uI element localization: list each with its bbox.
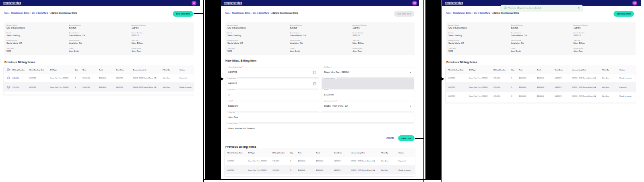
billing-number-link[interactable]: 6724760	[12, 86, 29, 88]
cell-status: Ready to export	[398, 169, 415, 171]
connector-line-add	[194, 13, 204, 14]
info-icon[interactable]: i	[4, 86, 12, 89]
column-header: Billing Number	[272, 151, 290, 153]
save-item-button[interactable]: SAVE ITEM	[398, 135, 415, 141]
calendar-icon[interactable]	[313, 71, 316, 74]
account-field: Account Number 536806	[69, 24, 132, 32]
account-field-label: Job Code	[132, 40, 194, 42]
cancel-button[interactable]: CANCEL	[386, 137, 394, 139]
account-field-label: Assignment Number	[132, 24, 194, 26]
billing-row: i 6724760 04/07/23 Direct Hire Fee - 590…	[4, 83, 194, 92]
breadcrumb-city[interactable]: City of Santa Maria	[32, 12, 48, 14]
account-field-value: Anaheim, CA	[290, 42, 353, 45]
account-field: Job Code Misc. Billing	[353, 40, 415, 48]
total-field[interactable]: Total* $3000.00	[226, 101, 319, 112]
start-date-field[interactable]: Start Date* 04/03/23	[226, 79, 319, 89]
account-field: Assignment Number 123456	[574, 24, 636, 32]
account-field: Branch Name Santa Maria, CA	[511, 32, 574, 39]
account-field-value: 123456	[574, 27, 636, 29]
column-header: Accounting Unit	[572, 68, 602, 70]
billing-number-link[interactable]: 6724760	[12, 77, 29, 79]
invoice-note-field[interactable]: Invoice Note* Direct hire fee for 3 week…	[226, 124, 414, 134]
account-field: Work Location Anaheim, CA	[69, 40, 132, 48]
column-header: Week Ending Date	[29, 68, 50, 70]
account-field-value: Santa Maria, CA	[290, 34, 353, 37]
breadcrumb-misc-billing[interactable]: Miscellaneous Billing	[232, 12, 250, 14]
quantity-field[interactable]: Quantity* 3	[226, 90, 319, 100]
account-field-value: 123456	[353, 27, 415, 29]
previous-billing-title: Previous Billing Items	[225, 145, 256, 149]
bill-type-select[interactable]: Bill Type* Direct Hire Fee - 590DH	[322, 67, 414, 78]
field-value: $3000.00	[228, 105, 238, 108]
breadcrumb-misc-billing[interactable]: Miscellaneous Billing	[453, 12, 471, 14]
cell-start-date: 04/03/23	[334, 160, 351, 162]
account-field-label: Branch Name	[290, 32, 353, 34]
breadcrumb-separator: /	[231, 12, 231, 14]
table-header-row: Week Ending DateBill TypeBilling NumberQ…	[446, 66, 636, 73]
breadcrumb-city[interactable]: City of Santa Maria	[253, 12, 269, 14]
account-field-label: Brand	[6, 32, 69, 34]
close-icon[interactable]	[578, 7, 580, 9]
cell-accounting-unit: 85053 - RXR Santa Maria, CA	[133, 86, 163, 88]
cell-qty: 3	[75, 77, 83, 79]
connector-line-save	[415, 138, 424, 139]
rate-field[interactable]: Rate* $1000.00	[322, 90, 414, 100]
account-field-label: Brand	[227, 32, 290, 34]
user-avatar[interactable]: UN	[192, 1, 196, 6]
separator-block-right	[425, 0, 441, 179]
breadcrumb-apps[interactable]: Apps	[446, 12, 450, 14]
account-field-label: Branch Number	[353, 32, 415, 34]
account-field-label: Account Number	[69, 24, 132, 26]
accounting-unit-select[interactable]: Accounting Unit* 85053 - RXR Irvine, CA	[322, 101, 414, 112]
column-header: Accounting Unit	[133, 68, 163, 70]
cell-total: $3000.00	[99, 77, 116, 79]
breadcrumb-apps[interactable]: Apps	[225, 12, 229, 14]
cell-accounting-unit: 85053 - RXR Santa Maria, CA	[572, 95, 602, 97]
account-field-value: Anaheim, CA	[69, 42, 132, 45]
account-field-label: Brand	[448, 32, 511, 34]
cell-status: Exported	[398, 160, 415, 162]
column-header: Rate	[298, 151, 316, 153]
account-field: Branch Number 555123	[132, 32, 194, 39]
required-asterisk: *	[335, 77, 336, 79]
calendar-icon[interactable]	[313, 82, 316, 85]
account-field: Branch Name Santa Maria, CA	[69, 32, 132, 39]
cell-rate: $1000.00	[298, 160, 316, 162]
cell-qty: 3	[511, 77, 519, 79]
breadcrumb: Apps/Miscellaneous Billing/City of Santa…	[4, 12, 77, 14]
account-field-value: Ann Smith	[69, 50, 132, 52]
filled-by-field[interactable]: Filled By* John Doe	[226, 112, 414, 123]
add-new-item-button[interactable]: ADD NEW ITEM	[613, 11, 634, 17]
user-avatar[interactable]: UN	[632, 1, 637, 6]
cell-accounting-unit: 85053 - RXR Santa Maria, CA	[133, 77, 163, 79]
account-field: Assignment Number 123456	[132, 24, 194, 32]
success-toast: Your misc. billing item has been submitt…	[501, 5, 582, 11]
cell-filled-by: John Doe	[381, 160, 398, 162]
column-header: Start Date	[116, 68, 133, 70]
add-new-item-button[interactable]: ADD NEW ITEM	[173, 11, 193, 17]
field-label-text: Bill Type	[324, 66, 330, 68]
account-field: Owner (BDM) John Doe	[574, 48, 636, 55]
user-avatar[interactable]: UN	[412, 1, 417, 6]
account-field-label: Billing Location	[448, 40, 511, 42]
account-field-label: Talent	[290, 48, 353, 50]
breadcrumb-apps[interactable]: Apps	[4, 12, 8, 14]
breadcrumb-current: Add New Miscellaneous Billing	[50, 12, 77, 14]
column-header: Bill Type	[248, 151, 272, 153]
week-ending-date-field[interactable]: Week Ending Date* 04/07/23	[226, 67, 319, 78]
cell-billing-number: 6724760	[493, 86, 511, 88]
breadcrumb-misc-billing[interactable]: Miscellaneous Billing	[11, 12, 29, 14]
column-header: Qty.	[511, 68, 519, 70]
account-field: Work Location Anaheim, CA	[511, 40, 574, 48]
cell-total: $3000.00	[99, 86, 116, 88]
cell-qty: 3	[75, 86, 83, 88]
cell-rate: $1000.00	[519, 77, 537, 79]
form-actions: CANCEL SAVE ITEM	[386, 135, 415, 141]
required-asterisk: *	[235, 111, 236, 113]
breadcrumb-city[interactable]: City of Santa Maria	[474, 12, 490, 14]
add-new-item-button-disabled: ADD NEW ITEM	[394, 11, 415, 17]
column-header: Total	[99, 68, 116, 70]
account-field: Account Number 536806	[511, 24, 574, 32]
info-icon[interactable]: i	[4, 77, 12, 79]
info-icon[interactable]: i	[4, 68, 12, 71]
